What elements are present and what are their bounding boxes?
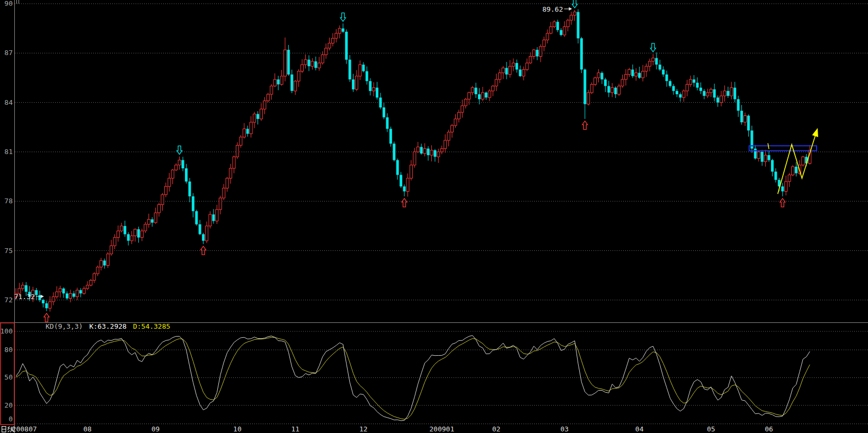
- candle-up[interactable]: [720, 91, 723, 106]
- candle-up[interactable]: [164, 183, 167, 197]
- candle-up[interactable]: [417, 142, 419, 153]
- candle-up[interactable]: [56, 286, 58, 299]
- candle-up[interactable]: [788, 173, 791, 187]
- candle-up[interactable]: [240, 135, 242, 148]
- candle-up[interactable]: [297, 69, 300, 87]
- candle-up[interactable]: [206, 222, 208, 243]
- candle-up[interactable]: [161, 193, 164, 211]
- candle-up[interactable]: [250, 116, 252, 138]
- candle-up[interactable]: [526, 59, 528, 71]
- candle-down[interactable]: [672, 84, 675, 95]
- candle-down[interactable]: [366, 67, 368, 85]
- candle-down[interactable]: [519, 66, 521, 77]
- candle-up[interactable]: [233, 156, 235, 174]
- candle-up[interactable]: [529, 52, 532, 64]
- candle-down[interactable]: [666, 70, 668, 86]
- candle-down[interactable]: [256, 111, 259, 124]
- candle-down[interactable]: [199, 220, 201, 236]
- candle-up[interactable]: [223, 184, 225, 201]
- candle-up[interactable]: [488, 89, 491, 101]
- candle-up[interactable]: [260, 103, 262, 121]
- candle-up[interactable]: [76, 288, 78, 301]
- candle-up[interactable]: [140, 229, 143, 241]
- chart-plot-area[interactable]: [0, 0, 868, 433]
- candle-down[interactable]: [703, 89, 705, 99]
- candle-up[interactable]: [689, 76, 692, 87]
- candle-up[interactable]: [509, 60, 511, 78]
- candle-down[interactable]: [505, 62, 508, 79]
- candle-up[interactable]: [356, 70, 358, 92]
- candle-down[interactable]: [307, 56, 310, 71]
- candle-up[interactable]: [331, 33, 334, 47]
- candles-layer[interactable]: [15, 10, 811, 312]
- candle-up[interactable]: [59, 286, 61, 297]
- candle-down[interactable]: [123, 221, 126, 237]
- candle-down[interactable]: [376, 82, 378, 100]
- candle-down[interactable]: [277, 76, 280, 90]
- candle-up[interactable]: [430, 145, 433, 161]
- candle-up[interactable]: [144, 222, 147, 233]
- candle-up[interactable]: [90, 279, 92, 286]
- candle-up[interactable]: [120, 223, 123, 232]
- candle-up[interactable]: [522, 67, 525, 80]
- candle-down[interactable]: [638, 67, 641, 79]
- candle-up[interactable]: [216, 205, 218, 224]
- candle-down[interactable]: [577, 10, 579, 44]
- candle-up[interactable]: [723, 85, 726, 101]
- candle-up[interactable]: [338, 25, 341, 38]
- candle-up[interactable]: [468, 92, 471, 105]
- candle-down[interactable]: [433, 149, 436, 162]
- resistance-zone-box[interactable]: [749, 146, 817, 150]
- candle-down[interactable]: [127, 232, 130, 246]
- candle-up[interactable]: [158, 203, 161, 217]
- candle-up[interactable]: [21, 282, 24, 291]
- candle-up[interactable]: [621, 75, 624, 88]
- candle-down[interactable]: [659, 60, 661, 71]
- candle-up[interactable]: [83, 286, 85, 295]
- candle-up[interactable]: [318, 57, 321, 71]
- candle-down[interactable]: [696, 77, 699, 91]
- candle-up[interactable]: [130, 231, 133, 244]
- candle-up[interactable]: [686, 80, 688, 96]
- candle-down[interactable]: [516, 60, 518, 73]
- candle-down[interactable]: [73, 291, 75, 299]
- candle-down[interactable]: [45, 301, 48, 311]
- candle-down[interactable]: [485, 92, 488, 100]
- candle-up[interactable]: [107, 252, 109, 268]
- candle-down[interactable]: [362, 62, 365, 73]
- candle-down[interactable]: [182, 157, 184, 171]
- candle-up[interactable]: [444, 134, 447, 153]
- candle-down[interactable]: [188, 178, 191, 202]
- candle-down[interactable]: [345, 30, 348, 64]
- kd-indicator-header[interactable]: KD(9,3,3)K:63.2928D:54.3285: [46, 322, 170, 330]
- candle-up[interactable]: [628, 68, 631, 77]
- candle-down[interactable]: [396, 159, 399, 180]
- candle-down[interactable]: [716, 95, 719, 106]
- candle-up[interactable]: [710, 88, 712, 97]
- candle-up[interactable]: [757, 150, 760, 161]
- candle-up[interactable]: [792, 165, 794, 176]
- candle-up[interactable]: [553, 20, 555, 28]
- candle-up[interactable]: [543, 37, 545, 51]
- candle-up[interactable]: [587, 90, 590, 106]
- candle-down[interactable]: [679, 93, 681, 102]
- candle-up[interactable]: [270, 84, 273, 100]
- candle-up[interactable]: [311, 58, 314, 70]
- candle-up[interactable]: [499, 69, 501, 83]
- candle-up[interactable]: [86, 281, 89, 290]
- candle-down[interactable]: [761, 150, 764, 166]
- candle-up[interactable]: [113, 234, 116, 249]
- candle-up[interactable]: [451, 124, 454, 138]
- candle-up[interactable]: [406, 174, 409, 197]
- candle-down[interactable]: [747, 114, 750, 137]
- candle-up[interactable]: [294, 80, 297, 95]
- candle-up[interactable]: [706, 89, 709, 98]
- candle-down[interactable]: [35, 288, 38, 300]
- candle-up[interactable]: [373, 82, 375, 96]
- candle-up[interactable]: [280, 70, 283, 86]
- candle-down[interactable]: [383, 103, 385, 119]
- candle-up[interactable]: [219, 196, 222, 214]
- candle-down[interactable]: [607, 81, 610, 97]
- candle-down[interactable]: [314, 57, 317, 70]
- candle-down[interactable]: [693, 75, 695, 87]
